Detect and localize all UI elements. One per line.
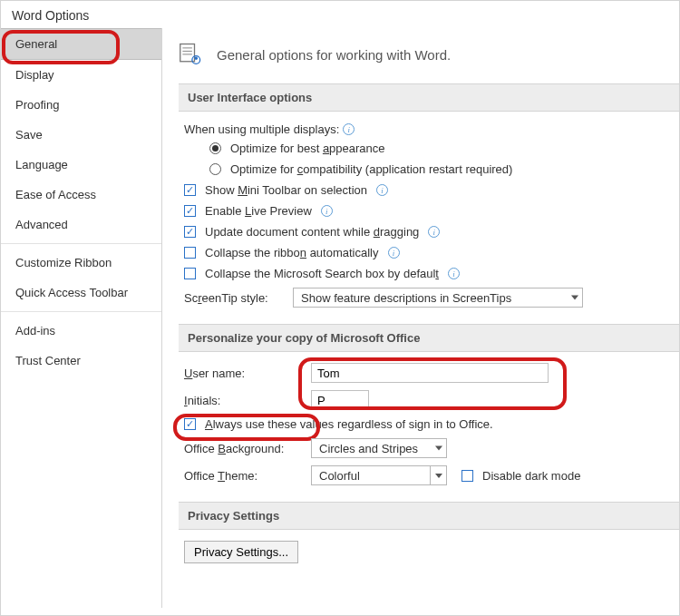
section-personalize-header: Personalize your copy of Microsoft Offic… [179, 324, 679, 352]
check-disable-dark[interactable]: Disable dark mode [461, 469, 580, 483]
info-icon[interactable] [376, 184, 388, 196]
info-icon[interactable] [388, 247, 400, 259]
radio-label: Optimize for compatibility (application … [230, 162, 512, 176]
sidebar-item-quick-access-toolbar[interactable]: Quick Access Toolbar [1, 278, 161, 308]
radio-optimize-appearance[interactable]: Optimize for best appearance [209, 142, 674, 155]
initials-input[interactable] [311, 390, 369, 410]
multi-displays-label: When using multiple displays: [184, 122, 339, 136]
chevron-down-icon [571, 296, 578, 300]
username-input[interactable] [311, 363, 549, 383]
info-icon[interactable] [321, 205, 333, 217]
page-heading: General options for working with Word. [217, 47, 451, 63]
check-label: Disable dark mode [482, 469, 580, 483]
sidebar: General Display Proofing Save Language E… [1, 28, 162, 608]
office-theme-label: Office Theme: [184, 469, 302, 483]
checkbox-icon [184, 184, 196, 196]
sidebar-item-save[interactable]: Save [1, 120, 161, 150]
sidebar-item-add-ins[interactable]: Add-ins [1, 316, 161, 346]
check-collapse-search[interactable]: Collapse the Microsoft Search box by def… [184, 267, 674, 280]
check-label: Enable Live Preview [205, 204, 312, 218]
check-update-dragging[interactable]: Update document content while dragging [184, 225, 674, 239]
section-privacy-header: Privacy Settings [179, 502, 679, 530]
check-live-preview[interactable]: Enable Live Preview [184, 204, 674, 218]
sidebar-item-trust-center[interactable]: Trust Center [1, 346, 161, 376]
sidebar-item-language[interactable]: Language [1, 150, 161, 180]
office-background-label: Office Background: [184, 442, 302, 455]
sidebar-item-display[interactable]: Display [1, 60, 161, 90]
radio-icon [209, 163, 221, 175]
window-title: Word Options [1, 1, 679, 28]
info-icon[interactable] [343, 123, 355, 135]
check-label: Update document content while dragging [205, 225, 419, 239]
chevron-down-icon [435, 474, 442, 478]
section-ui-header: User Interface options [179, 83, 679, 112]
general-options-icon [179, 41, 204, 69]
checkbox-icon [184, 268, 196, 279]
sidebar-item-advanced[interactable]: Advanced [1, 210, 161, 240]
privacy-settings-button[interactable]: Privacy Settings... [184, 541, 298, 563]
username-label: User name: [184, 367, 302, 380]
checkbox-icon [184, 418, 196, 430]
sidebar-item-ease-of-access[interactable]: Ease of Access [1, 180, 161, 210]
office-background-select[interactable]: Circles and Stripes [311, 438, 447, 458]
check-label: Collapse the Microsoft Search box by def… [205, 267, 439, 280]
info-icon[interactable] [448, 268, 460, 279]
initials-label: Initials: [184, 394, 302, 407]
sidebar-item-general[interactable]: General [1, 28, 161, 60]
check-always-use[interactable]: Always use these values regardless of si… [184, 417, 674, 431]
svg-point-5 [195, 57, 199, 61]
screentip-select[interactable]: Show feature descriptions in ScreenTips [293, 288, 583, 308]
check-collapse-ribbon[interactable]: Collapse the ribbon automatically [184, 246, 674, 259]
check-label: Show Mini Toolbar on selection [205, 183, 367, 197]
sidebar-item-customize-ribbon[interactable]: Customize Ribbon [1, 248, 161, 278]
radio-icon [209, 142, 221, 154]
office-theme-select[interactable]: Colorful [311, 465, 447, 485]
radio-optimize-compatibility[interactable]: Optimize for compatibility (application … [209, 162, 674, 176]
sidebar-item-proofing[interactable]: Proofing [1, 90, 161, 120]
check-mini-toolbar[interactable]: Show Mini Toolbar on selection [184, 183, 674, 197]
check-label: Always use these values regardless of si… [205, 417, 493, 431]
screentip-label: ScreenTip style: [184, 291, 284, 305]
checkbox-icon [184, 226, 196, 238]
checkbox-icon [184, 205, 196, 217]
check-label: Collapse the ribbon automatically [205, 246, 379, 259]
checkbox-icon [461, 470, 473, 482]
info-icon[interactable] [428, 226, 440, 238]
radio-label: Optimize for best appearance [230, 142, 385, 155]
chevron-down-icon [435, 446, 442, 451]
checkbox-icon [184, 247, 196, 259]
